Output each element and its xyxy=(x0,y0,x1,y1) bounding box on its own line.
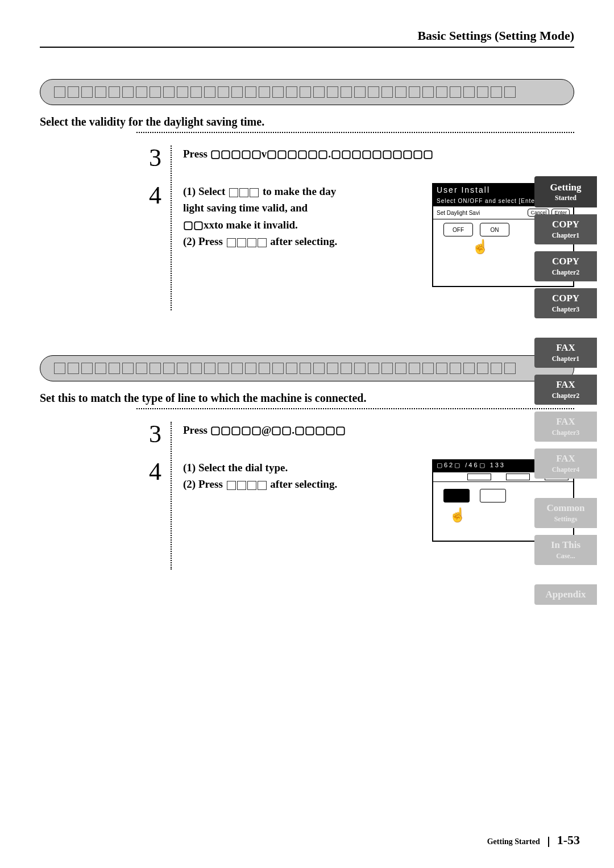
s1-step4-l4b: after selecting. xyxy=(270,235,337,247)
side-tab-in-this-case-[interactable]: In ThisCase... xyxy=(534,535,597,565)
screen2-option-2[interactable] xyxy=(480,489,506,502)
section2-heading xyxy=(40,355,574,381)
s2-step4-number: 4 xyxy=(149,459,183,542)
s2-step4-l1: (1) Select the dial type. xyxy=(183,459,421,476)
section1-heading-glyphs xyxy=(54,86,516,98)
step3-number: 3 xyxy=(149,146,183,171)
dotted-sep-2 xyxy=(136,408,574,409)
s1-step4-l3a: ▢▢xx xyxy=(183,219,214,231)
section1-desc: Select the validity for the daylight sav… xyxy=(40,115,574,128)
s1-step4-l3b: to make it invalid. xyxy=(214,219,298,231)
section2-step3: 3 Press ▢▢▢▢▢@▢▢.▢▢▢▢▢ xyxy=(40,422,574,447)
side-tab-appendix-[interactable]: Appendix xyxy=(534,584,597,605)
side-tab-copy-chapter3[interactable]: COPYChapter3 xyxy=(534,288,597,318)
section1-step3: 3 Press ▢▢▢▢▢v▢▢▢▢▢▢.▢▢▢▢▢▢▢▢▢▢ xyxy=(40,146,574,171)
side-tab-fax-chapter2[interactable]: FAXChapter2 xyxy=(534,375,597,405)
step3-body: Press ▢▢▢▢▢v▢▢▢▢▢▢.▢▢▢▢▢▢▢▢▢▢ xyxy=(183,146,433,171)
side-tabs: GettingStartedCOPYChapter1COPYChapter2CO… xyxy=(534,176,597,612)
side-tab-copy-chapter1[interactable]: COPYChapter1 xyxy=(534,214,597,244)
footer-section-label: Getting Started xyxy=(487,837,540,846)
screen1-on-button[interactable]: ON xyxy=(480,223,509,236)
s1-step4-l2: light saving time valid, and xyxy=(183,200,421,216)
s2-step4-l2a: (2) Press xyxy=(183,478,223,490)
header-rule xyxy=(40,47,574,48)
s2-step4-l2b: after selecting. xyxy=(270,478,337,490)
side-tab-common-settings[interactable]: CommonSettings xyxy=(534,498,597,528)
page-header-title: Basic Settings (Setting Mode) xyxy=(40,28,574,43)
s2-step3-number: 3 xyxy=(149,422,183,447)
side-tab-fax-chapter4[interactable]: FAXChapter4 xyxy=(534,448,597,479)
section2-desc: Set this to match the type of line to wh… xyxy=(40,392,574,405)
s2-step3-body: Press ▢▢▢▢▢@▢▢.▢▢▢▢▢ xyxy=(183,422,346,447)
step4-number: 4 xyxy=(149,183,183,287)
s1-step4-l4a: (2) Press xyxy=(183,235,223,247)
footer: Getting Started 1-53 xyxy=(487,833,580,848)
side-tab-getting-started[interactable]: GettingStarted xyxy=(534,176,597,207)
screen1-off-button[interactable]: OFF xyxy=(443,223,473,236)
section2-heading-glyphs xyxy=(54,363,516,374)
footer-page-number: 1-53 xyxy=(557,833,580,847)
side-tab-fax-chapter1[interactable]: FAXChapter1 xyxy=(534,338,597,368)
section2-step4: 4 (1) Select the dial type. (2) Press af… xyxy=(40,459,574,542)
s1-step4-l1a: (1) Select xyxy=(183,185,225,197)
dotted-sep-1 xyxy=(136,132,574,133)
screen2-option-1[interactable] xyxy=(443,489,470,502)
s1-step4-l1b: to make the day xyxy=(263,185,336,197)
screen1-row-label: Set Daylight Savi xyxy=(437,210,480,216)
section1-step4: 4 (1) Select to make the day light savin… xyxy=(40,183,574,287)
side-tab-copy-chapter2[interactable]: COPYChapter2 xyxy=(534,251,597,281)
side-tab-fax-chapter3[interactable]: FAXChapter3 xyxy=(534,412,597,442)
section1-heading xyxy=(40,79,574,105)
